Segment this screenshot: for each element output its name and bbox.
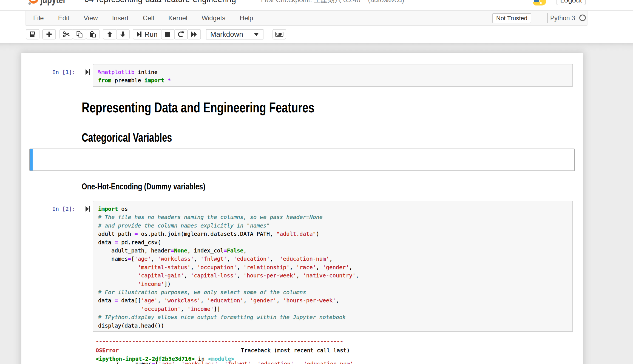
save-button[interactable] bbox=[26, 29, 39, 39]
code-token: adult_path bbox=[98, 231, 134, 237]
code-token: OSError bbox=[96, 347, 119, 354]
run-cell-icon[interactable] bbox=[85, 69, 91, 75]
code-token: False bbox=[227, 247, 243, 254]
code-token: 'gender' bbox=[250, 297, 276, 304]
menu-item-widgets[interactable]: Widgets bbox=[194, 11, 232, 25]
command-palette-button[interactable] bbox=[272, 29, 286, 39]
code-cell-input[interactable]: import os# The file has no headers namin… bbox=[93, 201, 573, 332]
code-token: 'education' bbox=[257, 360, 294, 364]
menu-item-file[interactable]: File bbox=[26, 11, 51, 25]
paste-cell-button[interactable] bbox=[86, 29, 100, 39]
input-prompt: In [1]: bbox=[29, 68, 75, 76]
menu-item-label[interactable]: Kernel bbox=[161, 11, 194, 25]
code-token bbox=[98, 272, 138, 279]
selected-cell-accent-bar bbox=[30, 149, 33, 170]
code-token: preamble bbox=[111, 77, 144, 84]
code-token: , bbox=[336, 297, 339, 304]
repeat-icon bbox=[177, 31, 184, 38]
code-token: data[[ bbox=[118, 297, 141, 304]
code-token: 7 names bbox=[96, 360, 152, 364]
code-line: OSError Traceback (most recent call last… bbox=[96, 346, 356, 354]
code-token: ]) bbox=[164, 281, 171, 287]
menu-item-label[interactable]: View bbox=[76, 11, 105, 25]
menu-item-kernel[interactable]: Kernel bbox=[161, 11, 194, 25]
code-token: 'age' bbox=[141, 297, 158, 304]
code-line: display(data.head()) bbox=[98, 322, 572, 330]
paste-icon bbox=[89, 31, 96, 38]
trust-indicator-button[interactable]: Not Trusted bbox=[492, 13, 531, 23]
code-token: , bbox=[175, 360, 181, 364]
code-token: [ bbox=[155, 360, 158, 364]
code-cell-input[interactable]: %matplotlib inlinefrom preamble import * bbox=[93, 64, 573, 87]
plus-icon bbox=[46, 31, 52, 38]
selected-empty-cell[interactable] bbox=[29, 149, 575, 171]
code-token: from bbox=[98, 77, 111, 84]
menubar: FileEditViewInsertCellKernelWidgetsHelp … bbox=[25, 10, 587, 26]
insert-cell-below-button[interactable] bbox=[42, 29, 56, 39]
move-cell-down-button[interactable] bbox=[116, 29, 130, 39]
run-button[interactable]: Run bbox=[133, 29, 161, 39]
copy-cell-button[interactable] bbox=[73, 29, 86, 39]
code-token: = bbox=[171, 247, 174, 254]
menu-item-label[interactable]: Widgets bbox=[194, 11, 232, 25]
restart-run-all-button[interactable] bbox=[187, 29, 201, 39]
interrupt-kernel-button[interactable] bbox=[161, 29, 175, 39]
menu-item-cell[interactable]: Cell bbox=[136, 11, 161, 25]
menu-item-view[interactable]: View bbox=[76, 11, 105, 25]
code-token: = bbox=[128, 255, 131, 262]
menu-item-help[interactable]: Help bbox=[232, 11, 260, 25]
arrow-up-icon bbox=[106, 31, 113, 38]
toolbar-group bbox=[272, 29, 286, 39]
move-cell-up-button[interactable] bbox=[103, 29, 117, 39]
code-token: names bbox=[98, 255, 128, 262]
code-line: 'income']) bbox=[98, 280, 572, 288]
code-token: import bbox=[144, 77, 164, 84]
code-token: 'marital-status' bbox=[138, 264, 191, 271]
menu-item-label[interactable]: Cell bbox=[136, 11, 161, 25]
notebook-title[interactable]: 04-representing-data-feature-engineering bbox=[84, 0, 236, 4]
menu-item-edit[interactable]: Edit bbox=[51, 11, 76, 25]
markdown-h2[interactable]: Categorical Variables bbox=[82, 132, 172, 144]
cell-type-value: Markdown bbox=[210, 30, 243, 38]
kernel-separator bbox=[547, 13, 547, 23]
code-token: 'hours-per-week' bbox=[243, 272, 296, 279]
cell-type-dropdown[interactable]: Markdown bbox=[206, 29, 263, 39]
jupyter-logo-word[interactable]: jupyter bbox=[40, 0, 66, 5]
code-token: # and provide the column names explicitl… bbox=[98, 222, 270, 229]
code-token: 'occupation' bbox=[141, 306, 181, 312]
markdown-h1[interactable]: Representing Data and Engineering Featur… bbox=[82, 100, 314, 115]
markdown-h4[interactable]: One-Hot-Encoding (Dummy variables) bbox=[82, 182, 205, 191]
logout-button[interactable]: Logout bbox=[557, 0, 586, 5]
code-line: # For illustration purposes, we only sel… bbox=[98, 288, 572, 296]
code-token: , bbox=[218, 360, 225, 364]
menu-item-label[interactable]: Edit bbox=[51, 11, 76, 25]
code-line: %matplotlib inline bbox=[98, 68, 572, 76]
menu-item-label[interactable]: Insert bbox=[105, 11, 136, 25]
code-token: 'capital-gain' bbox=[138, 272, 184, 279]
code-token: os.path.join(mglearn.datasets.DATA_PATH, bbox=[138, 231, 277, 237]
code-token: = bbox=[115, 297, 118, 304]
code-token: , bbox=[158, 297, 164, 304]
code-token: # IPython.display allows nice output for… bbox=[98, 314, 346, 320]
menu-item-label[interactable]: Help bbox=[232, 11, 260, 25]
toolbar-group bbox=[103, 29, 130, 39]
code-token: 'fnlwgt' bbox=[200, 255, 227, 262]
cut-cell-button[interactable] bbox=[59, 29, 73, 39]
code-line: from preamble import * bbox=[98, 76, 572, 84]
code-token: = bbox=[152, 360, 155, 364]
checkpoint-status: Last Checkpoint: 上星期六 05:40 (autosaved) bbox=[261, 0, 404, 4]
code-line: # IPython.display allows nice output for… bbox=[98, 313, 572, 321]
code-line: adult_path = os.path.join(mglearn.datase… bbox=[98, 230, 572, 238]
menu-item-label[interactable]: File bbox=[26, 11, 51, 25]
menu-item-insert[interactable]: Insert bbox=[105, 11, 136, 25]
code-token: 'workclass' bbox=[181, 360, 218, 364]
run-cell-icon[interactable] bbox=[85, 206, 91, 212]
code-line: # and provide the column names explicitl… bbox=[98, 221, 572, 230]
code-token: , bbox=[194, 255, 200, 262]
code-token: # The file has no headers naming the col… bbox=[98, 214, 323, 220]
code-token: 'native-country' bbox=[303, 272, 356, 279]
code-token: inline bbox=[134, 69, 157, 75]
jupyter-notebook-app: jupyter 04-representing-data-feature-eng… bbox=[0, 0, 633, 364]
restart-kernel-button[interactable] bbox=[174, 29, 188, 39]
code-token: 'occupation' bbox=[197, 264, 237, 271]
